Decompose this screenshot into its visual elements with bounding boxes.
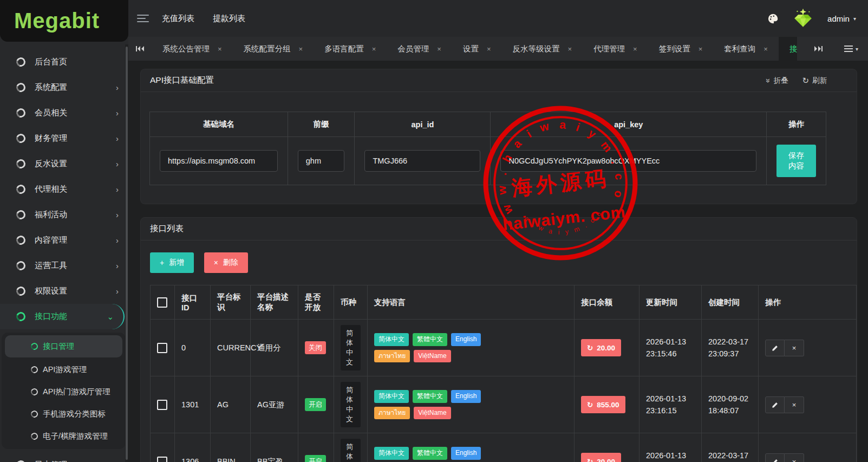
tab[interactable]: 签到设置 × — [648, 37, 714, 61]
delete-button[interactable]: × 删除 — [204, 252, 248, 273]
sidebar-item[interactable]: 财务管理 › — [0, 126, 128, 151]
tab-close-icon[interactable]: × — [218, 45, 222, 53]
api-key-input[interactable] — [500, 150, 756, 172]
theme-palette-icon[interactable] — [767, 13, 779, 24]
tabs-scroll-right-icon[interactable] — [807, 45, 830, 52]
scrollbar-thumb[interactable] — [126, 47, 128, 460]
tab-close-icon[interactable]: × — [633, 45, 637, 53]
table-row: 1306 BBIN BB宝盈 开启 简体中文 简体中文繁體中文Englishภา… — [151, 433, 857, 462]
tab[interactable]: 套利查询 × — [713, 37, 779, 61]
edit-button[interactable] — [765, 453, 785, 462]
select-all-checkbox[interactable] — [157, 297, 167, 308]
refresh-button[interactable]: ↻ 刷新 — [802, 76, 827, 86]
interface-list-panel: 接口列表 + 新增 × 删除 — [140, 217, 857, 462]
sidebar-item[interactable]: 内容管理 › — [0, 227, 128, 253]
balance-badge[interactable]: ↻ 20.00 — [581, 453, 621, 462]
prefix-input[interactable] — [298, 150, 345, 172]
tab-close-icon[interactable]: × — [567, 45, 572, 53]
sidebar-item[interactable]: 接口功能 ⌄ — [0, 304, 125, 329]
tab[interactable]: 多语言配置 × — [314, 37, 387, 61]
tab-options-menu[interactable]: ▾ — [844, 44, 858, 54]
sidebar-item[interactable]: 日志管理 › — [0, 452, 128, 462]
col-interface-id: 接口ID — [175, 285, 211, 320]
sidebar-subitem[interactable]: API热门游戏厅管理 — [2, 381, 126, 403]
circle-icon — [15, 285, 27, 297]
delete-row-button[interactable]: × — [785, 453, 804, 462]
sidebar-item[interactable]: 系统配置 › — [0, 75, 128, 100]
caret-down-icon: ▾ — [853, 16, 856, 22]
row-checkbox[interactable] — [157, 457, 167, 462]
row-checkbox[interactable] — [157, 400, 167, 410]
tab[interactable]: 系统配置分组 × — [233, 37, 314, 61]
interface-list-body: + 新增 × 删除 — [141, 240, 857, 462]
tab-close-icon[interactable]: × — [487, 45, 491, 53]
circle-icon — [15, 234, 27, 246]
sidebar-item-label: 反水设置 — [35, 159, 116, 169]
row-checkbox[interactable] — [157, 343, 167, 353]
tab[interactable]: 会员管理 × — [387, 37, 452, 61]
brand-logo[interactable]: Megabit — [0, 0, 128, 42]
tab[interactable]: 反水等级设置 × — [501, 37, 583, 61]
tab[interactable]: 接口管理 × — [779, 37, 797, 61]
updated-time: 2026-01-1323:16:15 — [639, 376, 702, 433]
platform-name: BB宝盈 — [251, 433, 298, 462]
edit-button[interactable] — [765, 340, 785, 356]
language-badge: 简体中文 — [374, 447, 409, 460]
api-id-input[interactable] — [364, 150, 480, 172]
sidebar-item[interactable]: 运营工具 › — [0, 253, 128, 278]
api-config-table: 基础域名 前缀 api_id api_key 操作 保存内容 — [149, 112, 826, 185]
tab-close-icon[interactable]: × — [763, 45, 768, 53]
save-button[interactable]: 保存内容 — [776, 145, 816, 177]
user-menu[interactable]: admin ▾ — [827, 14, 856, 23]
sidebar-item[interactable]: 代理相关 › — [0, 177, 128, 202]
tab[interactable]: 代理管理 × — [583, 37, 648, 61]
add-label: 新增 — [169, 258, 184, 268]
nav-recharge-list[interactable]: 充值列表 — [162, 14, 194, 24]
interface-table-body: 0 CURRENCY 通用分 关闭 简体中文 简体中文繁體中文Englishภา… — [151, 320, 857, 462]
sidebar-item-label: 代理相关 — [35, 184, 116, 194]
tab-close-icon[interactable]: × — [437, 45, 441, 53]
delete-row-button[interactable]: × — [785, 396, 804, 413]
tab[interactable]: 设置 × — [452, 37, 502, 61]
api-config-body: 基础域名 前缀 api_id api_key 操作 保存内容 — [141, 92, 857, 204]
topbar: 充值列表 提款列表 ad — [128, 0, 868, 37]
circle-icon — [30, 432, 39, 441]
content-area: API接口基础配置 » 折叠 ↻ 刷新 — [128, 61, 868, 462]
brand-logo-text: Megabit — [14, 9, 100, 33]
sidebar-item[interactable]: 会员相关 › — [0, 100, 128, 126]
collapse-button[interactable]: » 折叠 — [766, 76, 788, 86]
sidebar-subitem[interactable]: API游戏管理 — [2, 359, 126, 381]
sidebar-item[interactable]: 福利活动 › — [0, 202, 128, 227]
sidebar-item[interactable]: 反水设置 › — [0, 151, 128, 177]
sidebar-item-label: 福利活动 — [35, 210, 116, 220]
sidebar-subitem[interactable]: 手机游戏分类图标 — [2, 403, 126, 425]
circle-icon — [15, 459, 27, 462]
base-domain-input[interactable] — [160, 150, 278, 172]
created-time: 2022-03-1715:11:37 — [702, 433, 759, 462]
chevron-icon: › — [116, 210, 119, 219]
tab-label: 签到设置 — [659, 44, 690, 54]
tab-close-icon[interactable]: × — [299, 45, 303, 53]
tab-close-icon[interactable]: × — [372, 45, 376, 53]
tab-label: 多语言配置 — [324, 44, 364, 54]
sidebar-item[interactable]: 权限设置 › — [0, 278, 128, 304]
language-badge: ViệtName — [414, 350, 451, 363]
tab-close-icon[interactable]: × — [699, 45, 703, 53]
chevron-icon: › — [116, 83, 119, 92]
tab-label: 套利查询 — [724, 44, 755, 54]
table-row: 0 CURRENCY 通用分 关闭 简体中文 简体中文繁體中文Englishภา… — [151, 320, 857, 376]
sidebar-subitem[interactable]: 接口管理 — [5, 335, 122, 357]
balance-badge[interactable]: ↻ 855.00 — [581, 396, 625, 413]
add-button[interactable]: + 新增 — [150, 252, 194, 273]
sidebar-toggle-icon[interactable] — [137, 12, 149, 24]
delete-row-button[interactable]: × — [785, 340, 804, 356]
avatar-gem-icon[interactable] — [792, 7, 814, 30]
sidebar-subitem[interactable]: 电子/棋牌游戏管理 — [2, 425, 126, 447]
nav-withdraw-list[interactable]: 提款列表 — [213, 14, 245, 24]
sidebar-item[interactable]: 后台首页 — [0, 49, 128, 75]
balance-badge[interactable]: ↻ 20.00 — [581, 339, 621, 356]
tab[interactable]: 系统公告管理 × — [152, 37, 233, 61]
col-operation: 操作 — [767, 112, 826, 137]
tabs-scroll-left-icon[interactable] — [128, 45, 152, 52]
edit-button[interactable] — [765, 396, 785, 413]
